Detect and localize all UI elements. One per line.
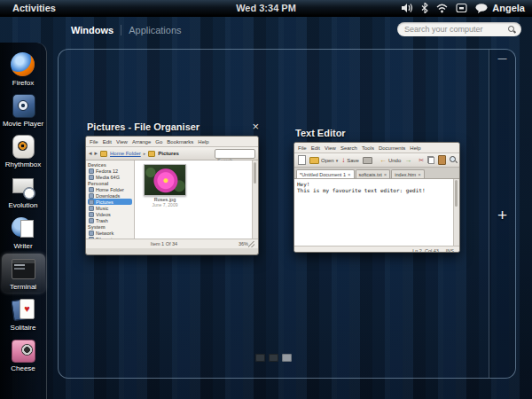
add-workspace-button[interactable]: + xyxy=(489,206,515,225)
volume-icon[interactable] xyxy=(402,3,413,13)
menu-view[interactable]: View xyxy=(116,138,128,145)
file-menubar: FileEditViewArrangeGoBookmarksHelp xyxy=(86,137,258,147)
bluetooth-icon[interactable] xyxy=(421,3,428,13)
text-area[interactable]: Hey!This is my favourite text editor: ge… xyxy=(294,179,459,246)
dock-item-rhythmbox[interactable]: Rhythmbox xyxy=(2,131,45,170)
sidebar-item-label: Media 64G xyxy=(96,175,120,180)
user-menu[interactable]: Angela xyxy=(475,3,525,13)
workspace-dot-3[interactable] xyxy=(282,354,292,362)
dock-item-cheese[interactable]: Cheese xyxy=(2,335,45,374)
open-button[interactable]: Open ▾ xyxy=(309,157,338,164)
menu-file[interactable]: File xyxy=(90,138,98,145)
place-icon xyxy=(89,231,94,236)
sidebar-item-fedora-12[interactable]: Fedora 12 xyxy=(88,168,132,174)
menu-view[interactable]: View xyxy=(325,145,336,152)
find-icon xyxy=(450,156,458,164)
photo-thumbnail xyxy=(144,164,186,196)
sidebar-item-network[interactable]: Network xyxy=(88,230,132,236)
place-icon xyxy=(89,193,94,199)
dock-item-solitaire[interactable]: Solitaire xyxy=(2,294,45,333)
menu-edit[interactable]: Edit xyxy=(103,138,112,145)
menu-bookmarks[interactable]: Bookmarks xyxy=(167,138,193,145)
sidebar-item-media-64g[interactable]: Media 64G xyxy=(88,174,132,180)
sidebar-item-label: Videos xyxy=(96,212,111,217)
place-icon xyxy=(89,206,94,211)
search-input[interactable] xyxy=(403,24,508,35)
editor-tab-index-htm[interactable]: index.htm× xyxy=(391,169,424,178)
file-thumbnail-item[interactable]: Roses.jpg June 7, 2009 xyxy=(142,164,188,207)
menu-help[interactable]: Help xyxy=(198,138,208,145)
menu-arrange[interactable]: Arrange xyxy=(132,138,151,145)
resize-grip[interactable] xyxy=(248,241,254,247)
top-bar: Activities Wed 3:34 PM xyxy=(0,0,532,17)
tab-label: index.htm xyxy=(395,172,416,177)
scrollbar[interactable] xyxy=(252,160,258,239)
sidebar-item-home-folder[interactable]: Home Folder xyxy=(88,186,132,192)
dropdown-caret-icon: ▾ xyxy=(336,158,339,163)
editor-tab-softcats-txt[interactable]: softcats.txt× xyxy=(356,169,391,178)
breadcrumb-home[interactable]: Home Folder xyxy=(110,151,141,156)
close-window-button[interactable]: × xyxy=(252,120,259,133)
dock-item-terminal[interactable]: Terminal xyxy=(2,254,45,293)
save-button[interactable]: ↓ Save xyxy=(341,157,359,164)
paste-button[interactable] xyxy=(438,155,446,165)
dock-item-label: Firefox xyxy=(2,79,45,87)
file-content[interactable]: Roses.jpg June 7, 2009 xyxy=(135,160,258,239)
menu-go[interactable]: Go xyxy=(155,138,162,145)
window-text-editor[interactable]: Text Editor FileEditViewSearchToolsDocum… xyxy=(293,127,460,253)
scrollbar[interactable] xyxy=(453,179,459,246)
dock-item-evolution[interactable]: Evolution xyxy=(2,172,45,211)
menu-file[interactable]: File xyxy=(298,145,307,152)
cut-button[interactable]: ✂ xyxy=(419,157,424,164)
text-line: This is my favourite text editor: gedit! xyxy=(297,187,457,193)
sidebar-item-trash[interactable]: Trash xyxy=(88,217,132,223)
sidebar-item-pictures[interactable]: Pictures xyxy=(88,199,132,205)
redo-button[interactable]: → xyxy=(404,157,411,164)
editor-menubar: FileEditViewSearchToolsDocumentsHelp xyxy=(294,143,459,153)
undo-button[interactable]: ← Undo xyxy=(379,157,401,164)
back-button[interactable]: ◂ xyxy=(89,148,92,159)
menu-search[interactable]: Search xyxy=(340,145,357,152)
tab-applications[interactable]: Applications xyxy=(121,25,188,35)
workspace-collapse-handle[interactable]: — xyxy=(489,53,515,63)
movie-player-icon xyxy=(10,93,36,118)
dock-item-writer[interactable]: Writer xyxy=(2,213,45,252)
solitaire-icon xyxy=(10,297,36,322)
menu-edit[interactable]: Edit xyxy=(311,145,320,152)
workspace-switcher-strip[interactable]: — + xyxy=(489,50,515,378)
file-toolbar: ◂ ▸ Home Folder ▸ Pictures xyxy=(86,147,258,160)
sidebar-item-filesystem[interactable]: Filesystem xyxy=(88,236,132,239)
workspace-dot-1[interactable] xyxy=(255,354,265,362)
menu-documents[interactable]: Documents xyxy=(379,145,405,152)
sidebar-item-label: Pictures xyxy=(96,200,113,205)
copy-button[interactable] xyxy=(427,156,434,164)
editor-tabbar: *Untitled Document 1×softcats.txt×index.… xyxy=(294,168,459,179)
rhythmbox-icon xyxy=(10,134,36,159)
workspace-area[interactable]: Pictures - File Organiser × FileEditView… xyxy=(58,49,516,379)
editor-statusbar: Ln 2, Col 43 INS xyxy=(294,246,459,253)
sidebar-item-music[interactable]: Music xyxy=(88,205,132,211)
find-button[interactable] xyxy=(450,156,458,164)
sidebar-item-videos[interactable]: Videos xyxy=(88,211,132,217)
tab-close-icon[interactable]: × xyxy=(384,172,387,177)
sidebar-item-downloads[interactable]: Downloads xyxy=(88,192,132,199)
workspace-dot-2[interactable] xyxy=(269,354,278,362)
menu-tools[interactable]: Tools xyxy=(362,145,374,152)
tab-windows[interactable]: Windows xyxy=(64,25,121,35)
network-icon[interactable] xyxy=(436,4,448,13)
file-search-box[interactable] xyxy=(215,149,255,159)
new-button[interactable] xyxy=(298,155,306,165)
dock-item-movie-player[interactable]: Movie Player xyxy=(2,90,45,129)
tab-close-icon[interactable]: × xyxy=(348,172,351,177)
print-button[interactable] xyxy=(363,157,372,164)
input-source-icon[interactable] xyxy=(456,3,467,13)
window-file-organiser[interactable]: Pictures - File Organiser × FileEditView… xyxy=(85,121,259,255)
tab-label: softcats.txt xyxy=(359,172,382,177)
dock-item-firefox[interactable]: Firefox xyxy=(2,50,45,89)
search-box[interactable] xyxy=(397,22,521,36)
menu-help[interactable]: Help xyxy=(410,145,420,152)
editor-tab--untitled-document-1[interactable]: *Untitled Document 1× xyxy=(296,169,355,178)
tab-close-icon[interactable]: × xyxy=(418,172,421,177)
breadcrumb-current[interactable]: Pictures xyxy=(158,151,179,156)
forward-button[interactable]: ▸ xyxy=(95,148,98,159)
